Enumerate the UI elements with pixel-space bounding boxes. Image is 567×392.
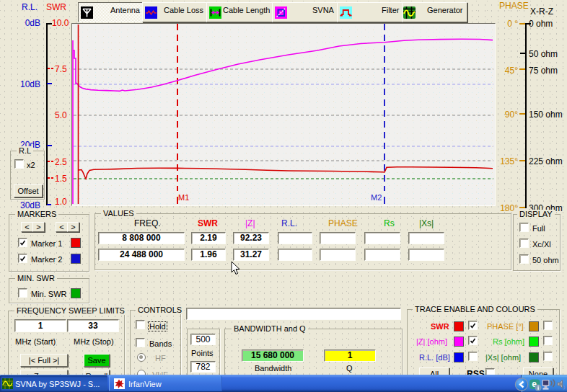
svg-text:M1: M1	[178, 193, 189, 202]
svg-text:M2: M2	[371, 193, 382, 202]
